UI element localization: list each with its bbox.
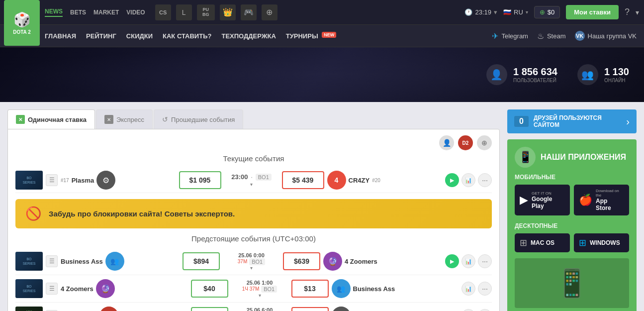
phone-preview-icon: 📱	[555, 267, 589, 300]
countdown-u1: 37М	[238, 259, 247, 264]
game-icon-crosshair[interactable]: ⊕	[262, 4, 277, 20]
app-store-small: Download on the	[596, 189, 624, 198]
event-date-u1: 25.06 0:00	[238, 252, 265, 258]
expand-btn-1[interactable]: ▾	[250, 182, 253, 187]
team-right-logo-u2: 👥	[332, 279, 351, 298]
filter-icon-person[interactable]: 👤	[439, 135, 454, 150]
nav-support[interactable]: ТЕХПОДДЕРЖКА	[221, 32, 276, 40]
event-info-btn-1[interactable]: ☰	[46, 174, 58, 186]
bet-btn-left-u2[interactable]: $40	[191, 280, 228, 298]
game-icon-csgo[interactable]: CS	[155, 4, 171, 20]
bet-btn-left-1[interactable]: $1 095	[179, 171, 221, 189]
bet-btn-left-u3[interactable]: $0	[191, 307, 228, 311]
online-label: ОНЛАЙН	[604, 78, 629, 83]
tab-single[interactable]: ✕ Одиночная ставка	[7, 109, 95, 129]
lang-chevron-icon[interactable]: ▾	[526, 9, 528, 15]
main-chevron-icon[interactable]: ▾	[636, 8, 639, 16]
game-icon-pubg[interactable]: PUBG	[197, 4, 215, 20]
nav-link-news[interactable]: NEWS	[45, 8, 63, 17]
bet-amount-left-1: $1 095	[189, 176, 211, 184]
event-row: BOSERIES ☰ #17 Plasma ⚙ $1 095 23:00 ·	[15, 168, 492, 193]
more-btn-1[interactable]: ···	[478, 173, 492, 187]
event-info-btn-u1[interactable]: ☰	[46, 255, 58, 267]
time-chevron-icon[interactable]: ▾	[494, 8, 497, 16]
upcoming-events-title: Предстоящие события (UTC+03:00)	[15, 234, 492, 243]
app-store-name: App Store	[596, 198, 624, 211]
users-number: 1 856 634	[513, 66, 557, 78]
play-btn-1[interactable]: ▶	[445, 173, 459, 187]
stats-btn-1[interactable]: 📊	[461, 173, 475, 187]
bet-amount-right-u2: $13	[304, 285, 315, 293]
team-left-rank-1: #17	[61, 178, 69, 183]
mac-os-btn[interactable]: ⊞ MAC OS	[515, 233, 570, 252]
team-left-name-u1: Business Ass	[61, 258, 103, 265]
friends-bar[interactable]: 0 ДРУЗЕЙ ПОЛЬЗУЮТСЯ САЙТОМ ›	[507, 109, 637, 133]
logo-icon: 🎲	[13, 11, 31, 28]
format-u1: BO1	[249, 258, 265, 265]
nav-rating[interactable]: РЕЙТИНГ	[86, 32, 116, 40]
mac-os-name: MAC OS	[531, 239, 554, 246]
event-date-u3: 25.06 6:00	[247, 307, 273, 311]
bet-amount-left-u1: $894	[193, 257, 209, 265]
team-right-logo-u1: 🔮	[323, 252, 342, 271]
bet-btn-right-u3[interactable]: $27	[291, 307, 329, 311]
bet-btn-left-u1[interactable]: $894	[183, 252, 220, 270]
nav-link-bets[interactable]: BETS	[70, 9, 86, 16]
stats-btn-u3[interactable]: 📊	[461, 309, 475, 311]
team-right-logo-u3: ⚙	[332, 307, 351, 311]
filter-icon-other[interactable]: ⊕	[477, 135, 492, 150]
team-left-logo-u3: ⚡	[99, 307, 118, 311]
nav-how-to-bet[interactable]: КАК СТАВИТЬ?	[163, 32, 211, 40]
my-bets-button[interactable]: Мои ставки	[566, 5, 619, 19]
nav-discounts[interactable]: СКИДКИ	[126, 32, 153, 40]
more-btn-u2[interactable]: ···	[478, 282, 492, 296]
phone-preview: 📱	[515, 258, 629, 308]
language-selector[interactable]: 🇷🇺 RU ▾	[503, 8, 528, 16]
event-format-1: BO1	[256, 174, 272, 181]
event-info-btn-u2[interactable]: ☰	[46, 283, 58, 295]
telegram-link[interactable]: ✈ Telegram	[492, 31, 528, 41]
series-logo-u1: BOSERIES	[15, 252, 43, 271]
filter-icon-dota[interactable]: D2	[458, 135, 473, 150]
nav-link-market[interactable]: MARKET	[93, 9, 119, 16]
windows-btn[interactable]: ⊞ WINDOWS	[574, 233, 629, 252]
stats-btn-u2[interactable]: 📊	[461, 282, 475, 296]
nav-link-video[interactable]: VIDEO	[126, 9, 145, 16]
team-right-name-1: CR4ZY	[349, 177, 370, 184]
game-icon-l[interactable]: L	[176, 4, 192, 20]
vk-link[interactable]: VK Наша группа VK	[575, 31, 637, 41]
more-btn-u1[interactable]: ···	[478, 254, 492, 268]
nav-home[interactable]: ГЛАВНАЯ	[45, 32, 76, 40]
tab-past-icon: ↺	[162, 115, 168, 123]
help-icon[interactable]: ?	[625, 7, 630, 17]
steam-link[interactable]: ♨ Steam	[537, 31, 566, 41]
banner-ad-text: Забудь про блокировки сайта! Советы эксп…	[49, 209, 235, 218]
team-left-logo-u2: 🔮	[96, 279, 115, 298]
stats-btn-u1[interactable]: 📊	[461, 254, 475, 268]
banner-ad-icon: 🚫	[25, 206, 41, 221]
game-icon-crown[interactable]: 👑	[220, 4, 236, 20]
bet-btn-right-1[interactable]: $5 439	[282, 171, 324, 189]
nav-tournaments[interactable]: ТУРНИРЫ NEW	[286, 32, 336, 40]
current-events-title: Текущие события	[15, 154, 492, 163]
time-display: 🕐 23:19 ▾	[464, 8, 497, 16]
online-number: 1 130	[604, 66, 629, 78]
play-btn-u1[interactable]: ▶	[445, 254, 459, 268]
series-logo-u3: ASIASUMMERCHAMP	[15, 307, 43, 311]
upcoming-event-row-1: BOSERIES ☰ Business Ass 👥 $894 25.06 0:0…	[15, 248, 492, 275]
expand-u2[interactable]: ▾	[259, 293, 261, 298]
banner-ad[interactable]: 🚫 Забудь про блокировки сайта! Советы эк…	[15, 199, 492, 228]
expand-u1[interactable]: ▾	[250, 265, 253, 271]
tab-express[interactable]: ✕ Экспресс	[96, 109, 153, 129]
google-play-btn[interactable]: ▶ GET IT ON Google Play	[515, 185, 570, 215]
clock-icon: 🕐	[464, 8, 472, 16]
upcoming-event-row-3: ASIASUMMERCHAMP ☰ Cignal Ultra ⚡ $0 25.0…	[15, 303, 492, 311]
app-store-btn[interactable]: 🍎 Download on the App Store	[574, 185, 629, 215]
bet-btn-right-u2[interactable]: $13	[291, 280, 329, 298]
logo[interactable]: 🎲 DOTA 2	[4, 0, 40, 46]
bet-btn-right-u1[interactable]: $639	[283, 252, 320, 270]
users-icon: 👤	[486, 64, 507, 85]
game-icon-gamepad[interactable]: 🎮	[241, 4, 257, 20]
more-btn-u3[interactable]: ···	[478, 309, 492, 311]
tab-past[interactable]: ↺ Прошедшие события	[154, 109, 243, 129]
